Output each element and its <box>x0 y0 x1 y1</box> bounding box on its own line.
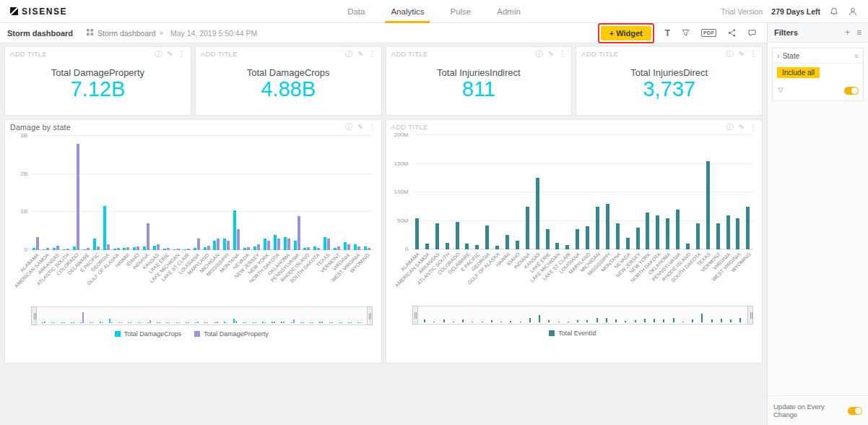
bar[interactable] <box>213 241 216 250</box>
bar[interactable] <box>277 239 280 250</box>
bar[interactable] <box>287 239 290 250</box>
bar[interactable] <box>103 206 106 250</box>
bar[interactable] <box>77 144 79 250</box>
edit-pencil-icon[interactable]: ✎ <box>357 124 363 131</box>
bar[interactable] <box>223 239 226 250</box>
info-icon[interactable]: ⓘ <box>536 51 543 58</box>
add-widget-button[interactable]: + Widget <box>601 26 651 40</box>
bar[interactable] <box>347 244 350 250</box>
bar-group[interactable] <box>342 136 352 250</box>
bar-group[interactable] <box>693 135 703 249</box>
bar[interactable] <box>446 243 449 249</box>
bar-group[interactable] <box>181 136 191 250</box>
user-profile-icon[interactable] <box>848 7 858 17</box>
bar-group[interactable] <box>51 136 61 250</box>
chart-widget-event-count[interactable]: ADD TITLE ⓘ ✎ ⋮ 200M150M100M50M0 ALABAMA… <box>386 119 763 364</box>
bar-group[interactable] <box>232 136 242 250</box>
bar-group[interactable] <box>492 135 503 249</box>
bar-group[interactable] <box>573 135 583 249</box>
nav-item-pulse[interactable]: Pulse <box>450 0 471 23</box>
bar[interactable] <box>646 212 649 249</box>
more-options-icon[interactable]: ⋮ <box>559 51 566 58</box>
bar-group[interactable] <box>91 136 101 250</box>
filter-options-icon[interactable]: ≡ <box>854 52 859 60</box>
bar-group[interactable] <box>563 135 573 249</box>
bar[interactable] <box>555 243 559 249</box>
bar-group[interactable] <box>212 136 222 250</box>
bar-group[interactable] <box>713 135 723 249</box>
bar[interactable] <box>197 239 200 250</box>
more-options-icon[interactable]: ⋮ <box>369 51 376 58</box>
widget-title-placeholder[interactable]: ADD TITLE <box>10 50 47 58</box>
bar[interactable] <box>435 223 439 249</box>
kpi-widget-damage-property[interactable]: ADD TITLE ⓘ ✎ ⋮ Total DamageProperty 7.1… <box>4 46 191 116</box>
edit-pencil-icon[interactable]: ✎ <box>739 51 745 58</box>
navigator-left-handle[interactable] <box>412 306 418 325</box>
nav-item-data[interactable]: Data <box>347 0 365 23</box>
notifications-bell-icon[interactable] <box>829 7 839 17</box>
bar-group[interactable] <box>462 135 472 249</box>
bar[interactable] <box>485 226 489 249</box>
legend-entry[interactable]: Total EventId <box>549 330 596 337</box>
filters-menu-icon[interactable]: ≡ <box>856 28 862 37</box>
navigator-left-handle[interactable] <box>31 306 37 325</box>
bar[interactable] <box>526 207 529 249</box>
text-widget-icon[interactable]: T <box>665 28 670 38</box>
bar-group[interactable] <box>101 136 111 250</box>
bar[interactable] <box>93 239 96 250</box>
bar-group[interactable] <box>332 136 342 250</box>
kpi-widget-injuries-indirect[interactable]: ADD TITLE ⓘ ✎ ⋮ Total InjuriesIndirect 8… <box>386 46 573 116</box>
bar[interactable] <box>706 161 710 249</box>
export-pdf-icon[interactable]: PDF <box>701 29 716 37</box>
bar-group[interactable] <box>733 135 743 249</box>
filter-enabled-toggle[interactable] <box>844 87 859 95</box>
bar-group[interactable] <box>683 135 693 249</box>
dashboard-selector[interactable]: Storm dashboard ˅ <box>86 28 163 38</box>
filter-card-state[interactable]: › State ≡ Include all <box>772 48 864 101</box>
bar-group[interactable] <box>292 136 302 250</box>
chart-navigator[interactable] <box>31 306 373 325</box>
comment-icon[interactable] <box>747 28 757 38</box>
bar[interactable] <box>425 244 429 249</box>
bar[interactable] <box>616 223 620 249</box>
bar-group[interactable] <box>31 136 41 250</box>
bar-group[interactable] <box>532 135 542 249</box>
bar[interactable] <box>465 244 469 249</box>
bar-group[interactable] <box>201 136 212 250</box>
bar-group[interactable] <box>432 135 442 249</box>
bar[interactable] <box>546 229 550 249</box>
bar[interactable] <box>596 207 599 249</box>
bar-group[interactable] <box>131 136 142 250</box>
bar[interactable] <box>233 210 236 250</box>
bar-group[interactable] <box>653 135 663 249</box>
info-icon[interactable]: ⓘ <box>345 124 352 131</box>
info-icon[interactable]: ⓘ <box>726 51 734 58</box>
bar-group[interactable] <box>282 136 292 250</box>
info-icon[interactable]: ⓘ <box>345 51 352 58</box>
bar-group[interactable] <box>171 136 181 250</box>
bar[interactable] <box>298 216 300 250</box>
bar-group[interactable] <box>362 136 372 250</box>
chart-widget-damage-by-state[interactable]: Damage by state ⓘ ✎ ⋮ 3B2B1B0 ALABAMAAME… <box>4 119 382 364</box>
bar[interactable] <box>686 244 690 249</box>
filter-funnel-small-icon[interactable] <box>777 84 784 97</box>
bar-group[interactable] <box>643 135 653 249</box>
bar[interactable] <box>157 244 160 250</box>
info-icon[interactable]: ⓘ <box>726 124 734 131</box>
edit-pencil-icon[interactable]: ✎ <box>357 51 363 58</box>
bar[interactable] <box>267 241 270 250</box>
widget-title-placeholder[interactable]: ADD TITLE <box>391 50 428 58</box>
widget-title[interactable]: Damage by state <box>10 123 71 132</box>
bar-group[interactable] <box>412 135 422 249</box>
bar[interactable] <box>516 241 519 249</box>
bar[interactable] <box>237 229 240 250</box>
bar-group[interactable] <box>71 136 82 250</box>
widget-title-placeholder[interactable]: ADD TITLE <box>391 123 428 131</box>
bar[interactable] <box>327 239 330 250</box>
bar-group[interactable] <box>191 136 201 250</box>
bar[interactable] <box>656 215 659 249</box>
bar-group[interactable] <box>322 136 332 250</box>
bar[interactable] <box>746 207 750 249</box>
kpi-widget-injuries-direct[interactable]: ADD TITLE ⓘ ✎ ⋮ Total InjuriesDirect 3,7… <box>576 46 763 116</box>
bar[interactable] <box>264 239 266 250</box>
